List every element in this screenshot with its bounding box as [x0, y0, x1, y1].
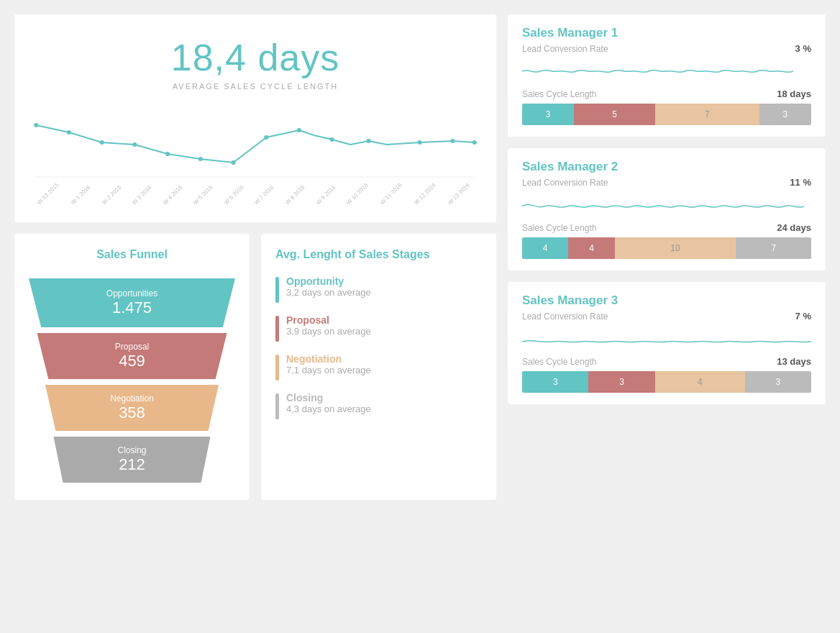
bar-seg: 3 [745, 371, 811, 393]
stages-card: Avg. Lenght of Sales Stages Opportunity … [261, 234, 496, 500]
stage-name-opp: Opportunity [286, 275, 371, 287]
stage-name-close: Closing [286, 392, 371, 404]
stage-days-close: 4,3 days on average [286, 404, 371, 414]
stacked-bar: 3343 [522, 371, 811, 393]
funnel-stages: Opportunities 1.475 Proposal 459 Negotia… [29, 275, 235, 486]
stage-bar-close [275, 393, 279, 419]
bar-seg: 3 [588, 371, 654, 393]
funnel-card: Sales Funnel Opportunities 1.475 Proposa… [14, 234, 250, 500]
bar-seg: 3 [522, 104, 574, 125]
manager-title: Sales Manager 1 [522, 26, 811, 40]
cycle-row: Sales Cycle Length 24 days [522, 222, 811, 233]
manager-title: Sales Manager 3 [522, 293, 811, 308]
svg-point-5 [165, 152, 170, 156]
svg-point-6 [198, 157, 203, 161]
manager-card-3: Sales Manager 3 Lead Conversion Rate 7 %… [508, 282, 826, 404]
svg-point-4 [132, 142, 137, 147]
manager-card-2: Sales Manager 2 Lead Conversion Rate 11 … [508, 148, 826, 270]
bar-seg: 7 [655, 104, 759, 125]
funnel-stage-neg: Negotiation 358 [45, 385, 219, 431]
stacked-bar: 44107 [522, 237, 811, 259]
funnel-title: Sales Funnel [29, 248, 235, 261]
bar-seg: 3 [759, 104, 811, 125]
svg-point-3 [100, 140, 104, 145]
svg-point-2 [67, 130, 71, 135]
stage-days-prop: 3,9 days on average [286, 326, 371, 337]
svg-point-12 [418, 140, 422, 145]
managers-column: Sales Manager 1 Lead Conversion Rate 3 %… [508, 14, 826, 500]
bottom-row: Sales Funnel Opportunities 1.475 Proposa… [14, 234, 496, 500]
conversion-row: Lead Conversion Rate 7 % [522, 311, 811, 322]
funnel-stage-opp: Opportunities 1.475 [29, 278, 235, 327]
stage-bar-neg [275, 355, 279, 381]
bar-seg: 5 [574, 104, 655, 125]
bar-seg: 4 [522, 237, 568, 259]
avg-days-value: 18,4 days [29, 36, 482, 79]
sparkline [522, 58, 811, 84]
svg-point-11 [366, 139, 370, 143]
manager-title: Sales Manager 2 [522, 160, 811, 174]
svg-point-1 [34, 123, 38, 127]
bar-seg: 10 [615, 237, 736, 259]
sparkline [522, 326, 811, 352]
manager-card-1: Sales Manager 1 Lead Conversion Rate 3 %… [508, 14, 826, 137]
bar-seg: 4 [568, 237, 614, 259]
dashboard: 18,4 days AVERAGE SALES CYCLE LENGTH [14, 14, 826, 500]
avg-days-subtitle: AVERAGE SALES CYCLE LENGTH [29, 82, 482, 91]
conversion-row: Lead Conversion Rate 11 % [522, 177, 811, 188]
bar-seg: 4 [655, 371, 745, 393]
stage-bar-prop [275, 316, 279, 342]
stage-name-prop: Proposal [286, 314, 371, 326]
stage-days-neg: 7,1 days on average [286, 365, 371, 375]
sparkline [522, 192, 811, 218]
avg-sales-card: 18,4 days AVERAGE SALES CYCLE LENGTH [14, 14, 496, 222]
svg-point-13 [450, 139, 455, 143]
cycle-row: Sales Cycle Length 18 days [522, 88, 811, 99]
stacked-bar: 3573 [522, 104, 811, 125]
bar-seg: 3 [522, 371, 588, 393]
stage-name-neg: Negotiation [286, 353, 371, 365]
svg-point-7 [231, 160, 235, 165]
stage-item-prop: Proposal 3,9 days on average [275, 314, 482, 342]
stage-bar-opp [275, 277, 279, 303]
funnel-stage-prop: Proposal 459 [37, 333, 227, 379]
svg-point-8 [264, 135, 268, 140]
stages-title: Avg. Lenght of Sales Stages [275, 248, 482, 261]
funnel-stage-close: Closing 212 [53, 437, 210, 483]
x-axis-labels: W 53 2015 W 1 2016 W 2 2016 W 3 2016 W 4… [29, 201, 482, 208]
stage-days-opp: 3,2 days on average [286, 287, 371, 298]
stage-item-close: Closing 4,3 days on average [275, 392, 482, 419]
bar-seg: 7 [736, 237, 811, 259]
svg-point-14 [472, 140, 477, 145]
cycle-row: Sales Cycle Length 13 days [522, 356, 811, 367]
avg-sales-chart [29, 105, 482, 199]
conversion-row: Lead Conversion Rate 3 % [522, 43, 811, 54]
stage-item-opp: Opportunity 3,2 days on average [275, 275, 482, 303]
svg-point-9 [297, 128, 301, 132]
svg-point-10 [330, 137, 334, 142]
stage-item-neg: Negotiation 7,1 days on average [275, 353, 482, 381]
